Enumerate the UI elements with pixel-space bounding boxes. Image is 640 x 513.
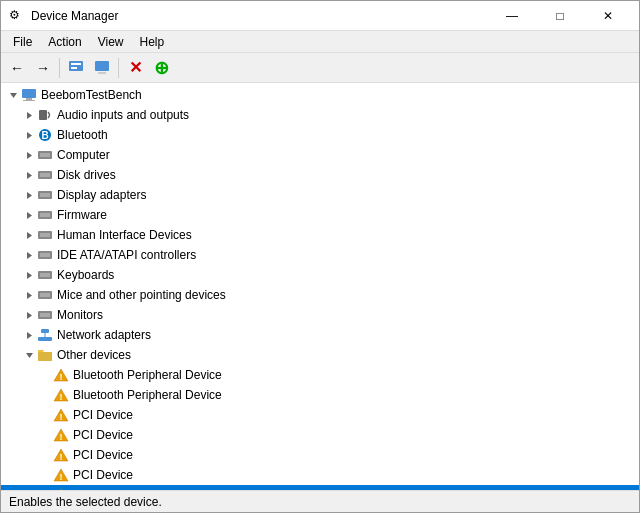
- tree-item-pci3[interactable]: !PCI Device: [1, 445, 639, 465]
- svg-text:!: !: [60, 452, 63, 462]
- tree-item-hid[interactable]: Human Interface Devices: [1, 225, 639, 245]
- icon-monitors: [37, 307, 53, 323]
- tree-item-computer[interactable]: Computer: [1, 145, 639, 165]
- icon-bluetooth: B: [37, 127, 53, 143]
- tree-item-btpd2[interactable]: !Bluetooth Peripheral Device: [1, 385, 639, 405]
- expand-btn-btpd1[interactable]: [37, 367, 53, 383]
- forward-button[interactable]: →: [31, 56, 55, 80]
- expand-btn-keyboards[interactable]: [21, 267, 37, 283]
- expand-btn-bluetooth[interactable]: [21, 127, 37, 143]
- svg-rect-10: [39, 110, 47, 120]
- tree-item-pci4[interactable]: !PCI Device: [1, 465, 639, 485]
- svg-marker-17: [27, 172, 32, 179]
- tree-view[interactable]: BeebomTestBenchAudio inputs and outputsB…: [1, 83, 639, 490]
- toolbar-separator-2: [118, 58, 119, 78]
- maximize-button[interactable]: □: [537, 1, 583, 31]
- expand-btn-diskdrives[interactable]: [21, 167, 37, 183]
- tree-item-pci2[interactable]: !PCI Device: [1, 425, 639, 445]
- tree-item-firmware[interactable]: Firmware: [1, 205, 639, 225]
- menu-bar: File Action View Help: [1, 31, 639, 53]
- svg-marker-14: [27, 152, 32, 159]
- device-manager-window: ⚙ Device Manager — □ ✕ File Action View …: [0, 0, 640, 513]
- svg-marker-26: [27, 232, 32, 239]
- svg-rect-43: [41, 329, 49, 333]
- label-networkadapters: Network adapters: [57, 328, 151, 342]
- icon-btpd1: !: [53, 367, 69, 383]
- svg-text:!: !: [60, 432, 63, 442]
- label-diskdrives: Disk drives: [57, 168, 116, 182]
- icon-displayadapters: [37, 187, 53, 203]
- expand-btn-pci3[interactable]: [37, 447, 53, 463]
- label-beebom: BeebomTestBench: [41, 88, 142, 102]
- close-button[interactable]: ✕: [585, 1, 631, 31]
- remove-button[interactable]: ✕: [123, 56, 147, 80]
- tree-item-raid[interactable]: !RAID Controller: [1, 485, 639, 490]
- label-pci3: PCI Device: [73, 448, 133, 462]
- expand-btn-audio[interactable]: [21, 107, 37, 123]
- label-pci1: PCI Device: [73, 408, 133, 422]
- tree-item-pci1[interactable]: !PCI Device: [1, 405, 639, 425]
- properties-button[interactable]: [64, 56, 88, 80]
- menu-view[interactable]: View: [90, 33, 132, 51]
- tree-item-beebom[interactable]: BeebomTestBench: [1, 85, 639, 105]
- menu-file[interactable]: File: [5, 33, 40, 51]
- svg-rect-19: [40, 173, 50, 177]
- back-button[interactable]: ←: [5, 56, 29, 80]
- tree-item-btpd1[interactable]: !Bluetooth Peripheral Device: [1, 365, 639, 385]
- icon-computer: [37, 147, 53, 163]
- menu-help[interactable]: Help: [132, 33, 173, 51]
- scan-button[interactable]: [90, 56, 114, 80]
- expand-btn-pci2[interactable]: [37, 427, 53, 443]
- icon-networkadapters: [37, 327, 53, 343]
- expand-btn-displayadapters[interactable]: [21, 187, 37, 203]
- svg-text:!: !: [60, 392, 63, 402]
- tree-item-networkadapters[interactable]: Network adapters: [1, 325, 639, 345]
- expand-btn-raid[interactable]: [37, 487, 53, 490]
- add-button[interactable]: ⊕: [149, 56, 173, 80]
- label-ide: IDE ATA/ATAPI controllers: [57, 248, 196, 262]
- expand-btn-btpd2[interactable]: [37, 387, 53, 403]
- tree-item-bluetooth[interactable]: BBluetooth: [1, 125, 639, 145]
- tree-item-mice[interactable]: Mice and other pointing devices: [1, 285, 639, 305]
- icon-pci4: !: [53, 467, 69, 483]
- expand-btn-otherdevices[interactable]: [21, 347, 37, 363]
- svg-rect-25: [40, 213, 50, 217]
- tree-item-otherdevices[interactable]: Other devices: [1, 345, 639, 365]
- expand-btn-beebom[interactable]: [5, 87, 21, 103]
- svg-text:B: B: [41, 130, 48, 141]
- svg-rect-8: [23, 100, 35, 101]
- expand-btn-networkadapters[interactable]: [21, 327, 37, 343]
- tree-item-audio[interactable]: Audio inputs and outputs: [1, 105, 639, 125]
- tree-item-diskdrives[interactable]: Disk drives: [1, 165, 639, 185]
- expand-btn-pci1[interactable]: [37, 407, 53, 423]
- menu-action[interactable]: Action: [40, 33, 89, 51]
- title-bar-left: ⚙ Device Manager: [9, 8, 118, 24]
- expand-btn-firmware[interactable]: [21, 207, 37, 223]
- expand-btn-ide[interactable]: [21, 247, 37, 263]
- tree-item-ide[interactable]: IDE ATA/ATAPI controllers: [1, 245, 639, 265]
- tree-item-keyboards[interactable]: Keyboards: [1, 265, 639, 285]
- expand-btn-pci4[interactable]: [37, 467, 53, 483]
- label-otherdevices: Other devices: [57, 348, 131, 362]
- expand-btn-mice[interactable]: [21, 287, 37, 303]
- svg-rect-3: [95, 61, 109, 71]
- minimize-button[interactable]: —: [489, 1, 535, 31]
- svg-rect-34: [40, 273, 50, 277]
- label-mice: Mice and other pointing devices: [57, 288, 226, 302]
- status-bar: Enables the selected device.: [1, 490, 639, 512]
- tree-item-displayadapters[interactable]: Display adapters: [1, 185, 639, 205]
- main-content: BeebomTestBenchAudio inputs and outputsB…: [1, 83, 639, 490]
- svg-rect-0: [69, 61, 83, 71]
- expand-btn-monitors[interactable]: [21, 307, 37, 323]
- label-hid: Human Interface Devices: [57, 228, 192, 242]
- expand-btn-hid[interactable]: [21, 227, 37, 243]
- svg-rect-28: [40, 233, 50, 237]
- label-raid: RAID Controller: [73, 488, 157, 490]
- tree-item-monitors[interactable]: Monitors: [1, 305, 639, 325]
- expand-btn-computer[interactable]: [21, 147, 37, 163]
- toolbar: ← → ✕ ⊕: [1, 53, 639, 83]
- svg-marker-35: [27, 292, 32, 299]
- label-pci4: PCI Device: [73, 468, 133, 482]
- toolbar-separator-1: [59, 58, 60, 78]
- label-firmware: Firmware: [57, 208, 107, 222]
